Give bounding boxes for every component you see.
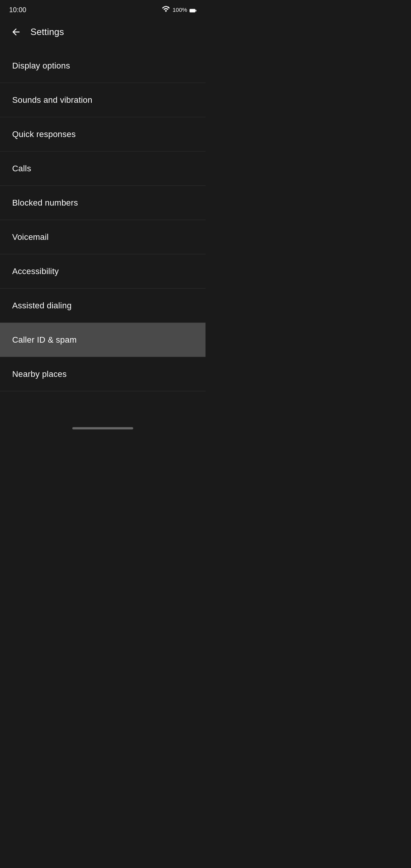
settings-item-label: Assisted dialing xyxy=(12,301,72,311)
settings-item-label: Sounds and vibration xyxy=(12,95,92,105)
settings-item-label: Nearby places xyxy=(12,369,67,379)
settings-item-label: Calls xyxy=(12,164,31,174)
settings-item-label: Caller ID & spam xyxy=(12,335,76,345)
back-arrow-icon xyxy=(11,27,21,37)
svg-point-0 xyxy=(168,7,169,8)
settings-item-display-options[interactable]: Display options xyxy=(0,49,206,83)
settings-item-voicemail[interactable]: Voicemail xyxy=(0,220,206,254)
settings-item-blocked-numbers[interactable]: Blocked numbers xyxy=(0,186,206,220)
settings-item-label: Blocked numbers xyxy=(12,198,78,208)
nav-indicator xyxy=(72,427,133,429)
battery-status: 100% xyxy=(172,6,196,13)
header: Settings xyxy=(0,18,206,46)
settings-item-calls[interactable]: Calls xyxy=(0,152,206,186)
wifi-icon xyxy=(162,6,170,14)
settings-item-quick-responses[interactable]: Quick responses xyxy=(0,117,206,152)
status-time: 10:00 xyxy=(9,6,26,14)
settings-item-assisted-dialing[interactable]: Assisted dialing xyxy=(0,289,206,323)
status-bar: 10:00 100% xyxy=(0,0,206,18)
settings-item-accessibility[interactable]: Accessibility xyxy=(0,254,206,289)
settings-item-label: Quick responses xyxy=(12,129,76,139)
bottom-space xyxy=(0,391,206,414)
back-button[interactable] xyxy=(9,25,23,39)
page-title: Settings xyxy=(30,27,64,37)
status-icons: 100% xyxy=(162,6,196,14)
settings-item-nearby-places[interactable]: Nearby places xyxy=(0,357,206,391)
settings-item-label: Voicemail xyxy=(12,232,49,242)
settings-list: Display options Sounds and vibration Qui… xyxy=(0,49,206,391)
settings-item-sounds-and-vibration[interactable]: Sounds and vibration xyxy=(0,83,206,117)
settings-item-label: Display options xyxy=(12,61,70,71)
settings-item-caller-id-spam[interactable]: Caller ID & spam xyxy=(0,323,206,357)
settings-item-label: Accessibility xyxy=(12,266,59,276)
svg-rect-1 xyxy=(190,9,195,12)
svg-rect-2 xyxy=(196,10,196,11)
